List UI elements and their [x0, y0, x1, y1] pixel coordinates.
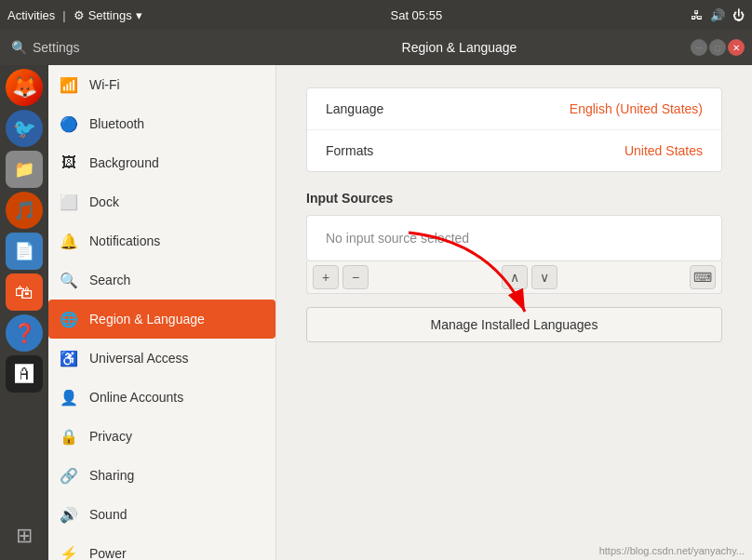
- settings-menu-label: Settings: [88, 8, 132, 22]
- language-formats-card: Language English (United States) Formats…: [306, 87, 722, 172]
- formats-value: United States: [624, 143, 703, 158]
- sidebar-item-notifications[interactable]: 🔔 Notifications: [48, 221, 275, 260]
- universal-icon: ♿: [60, 350, 78, 367]
- sidebar-item-power-label: Power: [89, 546, 127, 560]
- notifications-icon: 🔔: [60, 233, 78, 250]
- sidebar-item-sound[interactable]: 🔊 Sound: [48, 495, 275, 534]
- maximize-button[interactable]: □: [709, 39, 726, 56]
- main-panel: Language English (United States) Formats…: [276, 65, 752, 365]
- input-sources-title: Input Sources: [306, 191, 722, 206]
- sidebar-item-region-label: Region & Language: [89, 312, 205, 327]
- settings-menu-arrow: ▾: [136, 8, 142, 22]
- input-sources-controls: + − ∧ ∨ ⌨: [306, 261, 722, 294]
- sidebar-item-sharing[interactable]: 🔗 Sharing: [48, 456, 275, 495]
- language-row[interactable]: Language English (United States): [307, 88, 721, 130]
- dock-icon-writer[interactable]: 📄: [6, 233, 43, 270]
- sidebar-item-power[interactable]: ⚡ Power: [48, 534, 275, 560]
- privacy-icon: 🔒: [60, 428, 78, 446]
- dock-icon-firefox[interactable]: 🦊: [6, 69, 43, 106]
- power-icon: ⚡: [60, 545, 78, 561]
- sidebar-item-online[interactable]: 👤 Online Accounts: [48, 378, 275, 417]
- input-sources-section: Input Sources No input source selected +…: [306, 191, 722, 294]
- settings-window: 🔍 Settings Region & Language ─ □ ✕ 🦊 🐦 📁…: [0, 30, 752, 560]
- titlebar: 🔍 Settings Region & Language ─ □ ✕: [0, 30, 752, 65]
- titlebar-settings-label: Settings: [33, 40, 80, 55]
- topbar-left: Activities | ⚙ Settings ▾: [7, 8, 142, 22]
- sidebar-item-background-label: Background: [89, 155, 159, 170]
- add-input-source-button[interactable]: +: [313, 265, 339, 289]
- manage-languages-section: Manage Installed Languages: [306, 307, 722, 342]
- close-button[interactable]: ✕: [728, 39, 745, 56]
- sidebar-item-sound-label: Sound: [89, 507, 127, 522]
- move-group: ∧ ∨: [502, 265, 557, 289]
- sidebar-item-privacy[interactable]: 🔒 Privacy: [48, 417, 275, 456]
- online-icon: 👤: [60, 389, 78, 407]
- sidebar-item-search[interactable]: 🔍 Search: [48, 260, 275, 300]
- language-value: English (United States): [570, 101, 703, 116]
- dock-icon-apps-grid[interactable]: ⊞: [6, 517, 43, 554]
- dock-icon-amazon[interactable]: 🅰: [6, 355, 43, 393]
- watermark: https://blog.csdn.net/yanyachy...: [599, 545, 745, 556]
- topbar-right: 🖧 🔊 ⏻: [691, 8, 745, 22]
- sidebar-item-universal[interactable]: ♿ Universal Access: [48, 339, 275, 378]
- dock-icon-help[interactable]: ❓: [6, 314, 43, 352]
- sidebar-item-wifi-label: Wi-Fi: [89, 77, 120, 92]
- move-down-button[interactable]: ∨: [531, 265, 557, 289]
- main-panel-wrapper: Language English (United States) Formats…: [276, 65, 752, 560]
- window-controls: ─ □ ✕: [691, 39, 752, 56]
- remove-input-source-button[interactable]: −: [342, 265, 369, 289]
- sidebar-item-online-label: Online Accounts: [89, 390, 183, 405]
- no-input-source-text: No input source selected: [326, 231, 469, 246]
- sidebar-item-dock[interactable]: ⬜ Dock: [48, 182, 275, 221]
- sound-icon: 🔊: [60, 506, 78, 524]
- network-indicator-icon: 🖧: [691, 8, 703, 22]
- background-icon: 🖼: [60, 154, 78, 171]
- sidebar-item-bluetooth-label: Bluetooth: [89, 116, 144, 131]
- volume-indicator-icon: 🔊: [710, 8, 725, 22]
- search-icon: 🔍: [60, 272, 78, 289]
- dock-icon-rhythmbox[interactable]: 🎵: [6, 192, 43, 229]
- window-body: 🦊 🐦 📁 🎵 📄 🛍 ❓ 🅰 ⊞ 📶 Wi-Fi 🔵 B: [0, 65, 752, 560]
- dock-icon-thunderbird[interactable]: 🐦: [6, 110, 43, 147]
- app-wrapper: Activities | ⚙ Settings ▾ Sat 05:55 🖧 🔊 …: [0, 0, 752, 560]
- keyboard-settings-button[interactable]: ⌨: [690, 265, 716, 289]
- dock-icon-software[interactable]: 🛍: [6, 273, 43, 311]
- formats-row[interactable]: Formats United States: [307, 130, 721, 171]
- minimize-button[interactable]: ─: [691, 39, 707, 56]
- settings-menu-button[interactable]: ⚙ Settings ▾: [74, 8, 142, 22]
- dock-icon-sidebar: ⬜: [60, 193, 78, 211]
- move-up-button[interactable]: ∧: [502, 265, 528, 289]
- sharing-icon: 🔗: [60, 467, 78, 485]
- activities-button[interactable]: Activities: [7, 8, 55, 22]
- manage-installed-languages-button[interactable]: Manage Installed Languages: [306, 307, 722, 342]
- formats-label: Formats: [326, 143, 373, 158]
- wifi-icon: 📶: [60, 76, 78, 94]
- sidebar-item-background[interactable]: 🖼 Background: [48, 143, 275, 182]
- add-remove-group: + −: [313, 265, 369, 289]
- sidebar: 📶 Wi-Fi 🔵 Bluetooth 🖼 Background ⬜ Dock …: [48, 65, 276, 560]
- topbar-clock: Sat 05:55: [142, 8, 691, 22]
- dock: 🦊 🐦 📁 🎵 📄 🛍 ❓ 🅰 ⊞: [0, 65, 48, 560]
- titlebar-search-icon: 🔍: [11, 40, 27, 55]
- sidebar-item-region[interactable]: 🌐 Region & Language: [48, 300, 275, 339]
- sidebar-item-notifications-label: Notifications: [89, 233, 160, 248]
- topbar: Activities | ⚙ Settings ▾ Sat 05:55 🖧 🔊 …: [0, 0, 752, 30]
- power-indicator-icon: ⏻: [732, 8, 745, 22]
- settings-menu-icon: ⚙: [74, 8, 85, 22]
- titlebar-title: Region & Language: [228, 40, 691, 55]
- sidebar-item-wifi[interactable]: 📶 Wi-Fi: [48, 65, 275, 104]
- sidebar-item-privacy-label: Privacy: [89, 429, 132, 444]
- sidebar-item-bluetooth[interactable]: 🔵 Bluetooth: [48, 104, 275, 143]
- region-icon: 🌐: [60, 311, 78, 328]
- titlebar-search-area: 🔍 Settings: [0, 40, 228, 55]
- input-sources-box: No input source selected: [306, 215, 722, 261]
- bluetooth-icon: 🔵: [60, 115, 78, 133]
- sidebar-item-sharing-label: Sharing: [89, 468, 134, 483]
- dock-icon-files[interactable]: 📁: [6, 151, 43, 188]
- sidebar-item-search-label: Search: [89, 273, 130, 287]
- language-label: Language: [326, 101, 383, 116]
- sidebar-item-universal-label: Universal Access: [89, 351, 189, 366]
- sidebar-item-dock-label: Dock: [89, 194, 119, 209]
